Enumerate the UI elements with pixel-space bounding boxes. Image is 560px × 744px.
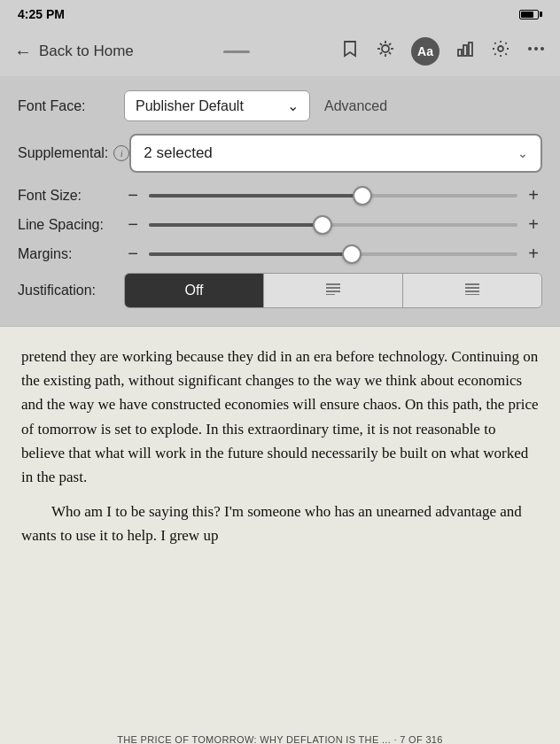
nav-right: Aa bbox=[340, 37, 546, 66]
back-to-home-label[interactable]: Back to Home bbox=[39, 43, 134, 60]
justify-full-button[interactable] bbox=[403, 274, 541, 307]
font-size-increase-button[interactable]: + bbox=[525, 185, 542, 205]
font-size-row: Font Size: − + bbox=[18, 185, 542, 205]
svg-rect-11 bbox=[469, 43, 472, 56]
svg-line-8 bbox=[380, 52, 382, 54]
font-face-dropdown[interactable]: Publisher Default ⌄ bbox=[124, 90, 310, 121]
justification-row: Justification: Off bbox=[18, 273, 542, 308]
margins-decrease-button[interactable]: − bbox=[124, 244, 142, 264]
supplemental-value: 2 selected bbox=[144, 144, 213, 162]
font-face-row: Font Face: Publisher Default ⌄ Advanced bbox=[18, 90, 542, 121]
status-time: 4:25 PM bbox=[18, 7, 65, 21]
justify-left-button[interactable] bbox=[264, 274, 403, 307]
margins-increase-button[interactable]: + bbox=[525, 244, 542, 264]
advanced-button[interactable]: Advanced bbox=[324, 98, 387, 114]
supplemental-dropdown[interactable]: 2 selected ⌄ bbox=[129, 134, 542, 173]
back-arrow-icon[interactable]: ← bbox=[14, 42, 32, 62]
book-footer-text: THE PRICE OF TOMORROW: WHY DEFLATION IS … bbox=[117, 734, 443, 744]
font-size-slider[interactable] bbox=[149, 194, 517, 198]
margins-label: Margins: bbox=[18, 246, 124, 262]
svg-line-6 bbox=[389, 52, 391, 54]
font-size-label: Font Size: bbox=[18, 188, 124, 204]
line-spacing-decrease-button[interactable]: − bbox=[124, 214, 142, 235]
justification-buttons-group: Off bbox=[124, 273, 542, 308]
font-face-label: Font Face: bbox=[18, 98, 124, 114]
settings-panel: Font Face: Publisher Default ⌄ Advanced … bbox=[0, 76, 560, 327]
line-spacing-increase-button[interactable]: + bbox=[525, 214, 542, 235]
font-size-decrease-button[interactable]: − bbox=[124, 185, 142, 205]
svg-rect-9 bbox=[458, 50, 462, 56]
supplemental-row: Supplemental: i 2 selected ⌄ bbox=[18, 134, 542, 173]
book-content: pretend they are working because they di… bbox=[0, 327, 560, 724]
line-spacing-slider[interactable] bbox=[149, 223, 517, 227]
svg-point-12 bbox=[498, 46, 503, 51]
justify-off-button[interactable]: Off bbox=[125, 274, 264, 307]
svg-point-14 bbox=[534, 47, 538, 50]
svg-line-5 bbox=[380, 43, 382, 45]
book-text: pretend they are working because they di… bbox=[21, 345, 539, 548]
book-paragraph-1: pretend they are working because they di… bbox=[21, 345, 539, 489]
svg-rect-10 bbox=[463, 45, 467, 56]
supplemental-label: Supplemental: bbox=[18, 145, 108, 161]
svg-line-7 bbox=[389, 43, 391, 45]
book-footer: THE PRICE OF TOMORROW: WHY DEFLATION IS … bbox=[0, 724, 560, 744]
battery-icon bbox=[519, 10, 542, 19]
supplemental-chevron-icon: ⌄ bbox=[517, 146, 528, 160]
settings-icon[interactable] bbox=[491, 39, 510, 64]
nav-bar: ← Back to Home Aa bbox=[0, 27, 560, 76]
margins-slider[interactable] bbox=[149, 252, 517, 256]
line-spacing-row: Line Spacing: − + bbox=[18, 214, 542, 235]
margins-row: Margins: − + bbox=[18, 244, 542, 264]
status-bar: 4:25 PM bbox=[0, 0, 560, 27]
brightness-icon[interactable] bbox=[376, 39, 395, 64]
status-icons bbox=[519, 10, 542, 19]
chart-icon[interactable] bbox=[455, 39, 475, 64]
font-face-chevron-icon: ⌄ bbox=[287, 97, 299, 114]
supplemental-info-icon[interactable]: i bbox=[113, 145, 129, 161]
svg-point-0 bbox=[382, 45, 389, 52]
svg-point-15 bbox=[541, 47, 544, 50]
nav-left: ← Back to Home bbox=[14, 42, 134, 62]
more-icon[interactable] bbox=[526, 39, 546, 64]
bookmarks-icon[interactable] bbox=[340, 39, 360, 64]
font-settings-icon[interactable]: Aa bbox=[411, 37, 439, 66]
nav-separator bbox=[223, 50, 250, 53]
font-face-value: Publisher Default bbox=[136, 98, 244, 114]
book-paragraph-2: Who am I to be saying this? I'm someone … bbox=[21, 500, 539, 547]
supplemental-label-group: Supplemental: i bbox=[18, 145, 129, 161]
justification-label: Justification: bbox=[18, 283, 124, 298]
line-spacing-label: Line Spacing: bbox=[18, 217, 124, 233]
svg-point-13 bbox=[528, 47, 532, 50]
